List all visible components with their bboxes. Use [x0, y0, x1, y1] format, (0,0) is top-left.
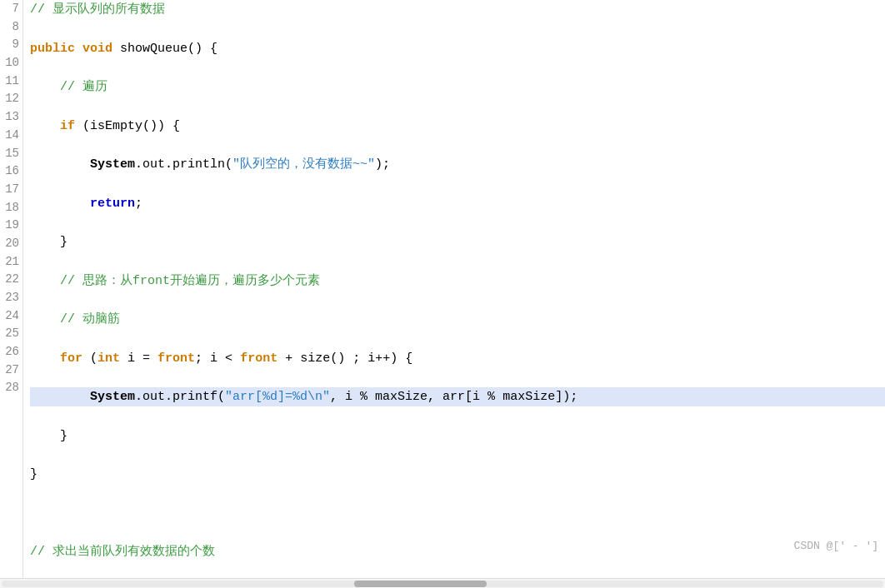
line-number: 18	[3, 199, 19, 217]
code-area: 7891011121314151617181920212223242526272…	[0, 0, 885, 578]
code-line: // 显示队列的所有数据	[30, 0, 885, 19]
line-number: 13	[3, 108, 19, 127]
line-number: 9	[3, 36, 19, 54]
line-number: 20	[3, 235, 19, 253]
code-line: // 遍历	[30, 77, 885, 97]
line-number: 22	[3, 271, 19, 289]
line-number: 10	[3, 54, 19, 72]
scrollbar-area[interactable]	[0, 578, 885, 588]
code-content[interactable]: // 显示队列的所有数据public void showQueue() { //…	[23, 0, 885, 578]
code-line: // 求出当前队列有效数据的个数	[30, 542, 885, 561]
scrollbar-thumb[interactable]	[354, 581, 487, 587]
code-line: }	[30, 426, 885, 446]
code-line	[30, 504, 885, 523]
line-number: 24	[3, 307, 19, 326]
line-number: 27	[3, 361, 19, 380]
line-number: 14	[3, 127, 19, 145]
line-number: 21	[3, 253, 19, 272]
code-line: // 思路：从front开始遍历，遍历多少个元素	[30, 272, 885, 291]
code-line: return;	[30, 194, 885, 213]
code-line: for (int i = front; i < front + size() ;…	[30, 349, 885, 368]
code-line: }	[30, 465, 885, 484]
line-number: 28	[3, 379, 19, 397]
line-number: 11	[3, 72, 19, 91]
code-line: if (isEmpty()) {	[30, 117, 885, 136]
line-number: 16	[3, 162, 19, 181]
code-line: System.out.printf("arr[%d]=%d\n", i % ma…	[30, 387, 885, 406]
line-number: 19	[3, 217, 19, 235]
scrollbar-track[interactable]	[2, 581, 883, 587]
line-number: 15	[3, 145, 19, 163]
line-number: 12	[3, 90, 19, 108]
code-line: // 动脑筋	[30, 310, 885, 329]
code-editor: 7891011121314151617181920212223242526272…	[0, 0, 885, 588]
code-line: System.out.println("队列空的，没有数据~~");	[30, 155, 885, 174]
line-number: 23	[3, 289, 19, 307]
code-line: public void showQueue() {	[30, 39, 885, 58]
line-number: 26	[3, 343, 19, 361]
watermark: CSDN @[' - ']	[794, 538, 878, 555]
line-number: 7	[3, 0, 19, 18]
line-number: 17	[3, 181, 19, 199]
code-line: }	[30, 232, 885, 252]
line-number: 25	[3, 325, 19, 343]
line-number: 8	[3, 18, 19, 37]
line-numbers: 7891011121314151617181920212223242526272…	[0, 0, 23, 578]
